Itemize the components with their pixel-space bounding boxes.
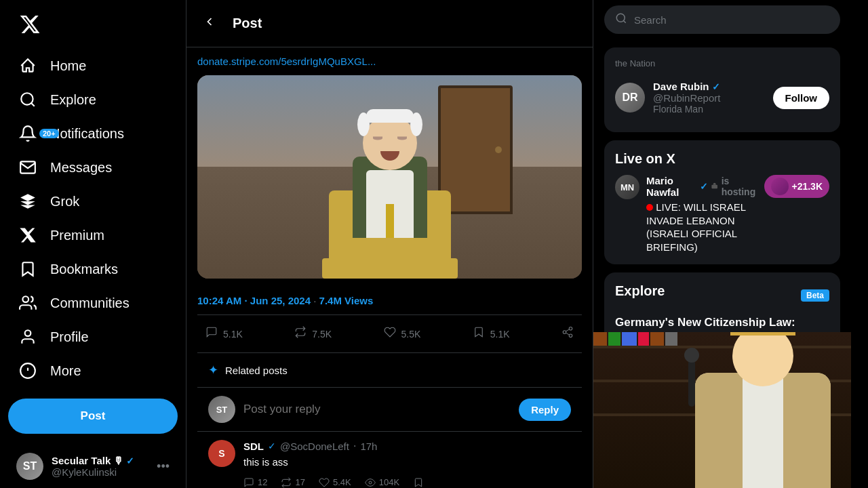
live-on-x-title: Live on X: [615, 151, 829, 167]
comment-like-button[interactable]: 5.4K: [319, 477, 351, 488]
comment-body: SDL ✓ @SocDoneLeft · 17h this is ass 12: [243, 440, 571, 488]
donation-link[interactable]: donate.stripe.com/5esrdrIgMQuBXGL...: [197, 47, 582, 75]
home-label: Home: [50, 58, 86, 74]
post-body: donate.stripe.com/5esrdrIgMQuBXGL...: [186, 47, 593, 488]
comment-text: this is ass: [243, 455, 571, 470]
like-action-button[interactable]: 5.5K: [376, 318, 429, 350]
live-event-title: LIVE: WILL ISRAEL INVADE LEBANON (ISRAEL…: [646, 201, 757, 253]
main-content: Post donate.stripe.com/5esrdrIgMQuBXGL..…: [186, 0, 593, 488]
more-icon: [19, 362, 37, 380]
share-icon: [561, 326, 574, 342]
like-count: 5.5K: [401, 329, 421, 340]
dave-rubin-verified: ✓: [712, 81, 720, 92]
retweet-action-button[interactable]: 7.5K: [286, 318, 340, 350]
home-icon: [19, 57, 37, 75]
svg-point-0: [21, 93, 33, 104]
svg-line-9: [566, 333, 569, 335]
comment-actions: 12 17 5.4K: [243, 477, 571, 488]
more-label: More: [50, 363, 81, 379]
search-input[interactable]: [634, 14, 829, 26]
sidebar-item-grok[interactable]: Grok: [8, 184, 178, 218]
commenter-handle: @SocDoneLeft: [280, 441, 349, 452]
live-item[interactable]: MN Mario Nawfal ✓ is hosting LIVE: WILL …: [615, 175, 829, 253]
bookmark-action-button[interactable]: 5.1K: [465, 318, 518, 350]
notifications-icon: 20+: [19, 125, 37, 142]
svg-line-10: [566, 329, 569, 331]
post-image-inner: [197, 75, 582, 279]
comment-views-button[interactable]: 104K: [365, 477, 399, 488]
beta-badge: Beta: [801, 289, 829, 302]
search-icon: [615, 12, 627, 27]
x-logo[interactable]: [8, 5, 178, 46]
sparkle-icon: ✦: [208, 363, 218, 378]
follow-dave-rubin-button[interactable]: Follow: [773, 87, 830, 109]
sidebar-item-messages[interactable]: Messages: [8, 150, 178, 184]
sidebar-item-profile[interactable]: Profile: [8, 320, 178, 354]
related-posts-label: Related posts: [225, 365, 288, 376]
svg-rect-13: [712, 185, 718, 189]
svg-point-11: [369, 481, 372, 484]
sidebar-item-notifications[interactable]: 20+ Notifications: [8, 117, 178, 150]
svg-point-2: [25, 330, 31, 336]
user-profile-row[interactable]: ST Secular Talk 🎙 ✓ @KyleKulinski •••: [8, 445, 178, 488]
live-host-name: Mario Nawfal: [646, 175, 697, 198]
comment-retweet-count: 17: [295, 477, 304, 487]
grok-icon: [19, 192, 37, 210]
grok-label: Grok: [50, 194, 79, 209]
dave-rubin-bio: Florida Man: [653, 104, 765, 115]
post-image: [197, 75, 582, 279]
comment-like-count: 5.4K: [333, 477, 351, 487]
live-info: Mario Nawfal ✓ is hosting LIVE: WILL ISR…: [646, 175, 757, 253]
sidebar-item-bookmarks[interactable]: Bookmarks: [8, 252, 178, 286]
sidebar-item-premium[interactable]: Premium: [8, 218, 178, 252]
comment-item: S SDL ✓ @SocDoneLeft · 17h this is ass: [197, 432, 582, 488]
commenter-name: SDL: [243, 441, 264, 452]
commenter-verified-badge: ✓: [268, 441, 276, 451]
comment-time: 17h: [360, 441, 377, 452]
video-content: [593, 332, 851, 488]
sidebar-item-home[interactable]: Home: [8, 49, 178, 83]
comment-views-count: 104K: [379, 477, 399, 487]
main-nav: Home Explore 20+ Notifications: [8, 49, 178, 388]
reply-submit-button[interactable]: Reply: [519, 399, 571, 421]
right-sidebar: the Nation DR Dave Rubin ✓ @RubinReport …: [593, 0, 851, 488]
heart-icon: [384, 326, 396, 342]
sidebar-item-more[interactable]: More: [8, 354, 178, 388]
sidebar-item-explore[interactable]: Explore: [8, 83, 178, 117]
reply-action-button[interactable]: 5.1K: [197, 318, 251, 350]
dave-rubin-info: Dave Rubin ✓ @RubinReport Florida Man: [653, 81, 765, 115]
comment-reply-button[interactable]: 12: [243, 477, 267, 488]
comment-header: SDL ✓ @SocDoneLeft · 17h: [243, 440, 571, 452]
explore-icon: [19, 91, 37, 108]
avatar: ST: [16, 453, 43, 480]
post-timestamp: 10:24 AM · Jun 25, 2024 · 7.4M Views: [197, 287, 582, 315]
reply-box: ST Reply: [197, 388, 582, 432]
retweet-count: 7.5K: [312, 329, 332, 340]
messages-label: Messages: [50, 160, 112, 176]
messages-icon: [19, 159, 37, 176]
reply-avatar: ST: [208, 396, 235, 423]
profile-info: Secular Talk 🎙 ✓ @KyleKulinski: [52, 455, 149, 478]
video-overlay[interactable]: [593, 332, 851, 488]
sidebar-item-communities[interactable]: Communities: [8, 286, 178, 320]
reply-input[interactable]: [243, 403, 511, 416]
mic-icon: 🎙: [113, 455, 123, 466]
related-posts-bar[interactable]: ✦ Related posts: [197, 353, 582, 388]
post-button[interactable]: Post: [8, 399, 178, 434]
notification-badge: 20+: [39, 129, 59, 138]
comment-retweet-button[interactable]: 17: [281, 477, 304, 488]
explore-header: Explore Beta: [615, 283, 829, 307]
share-action-button[interactable]: [553, 318, 582, 350]
dave-rubin-avatar: DR: [615, 83, 645, 113]
more-options-icon[interactable]: •••: [157, 460, 170, 474]
verified-badge: ✓: [126, 455, 134, 466]
profile-handle: @KyleKulinski: [52, 466, 149, 478]
post-header: Post: [186, 0, 593, 47]
comment-bookmark-button[interactable]: [413, 477, 424, 488]
svg-point-12: [616, 14, 625, 22]
back-button[interactable]: [197, 9, 222, 37]
bookmarks-icon: [19, 260, 37, 278]
communities-icon: [19, 294, 37, 312]
communities-label: Communities: [50, 296, 130, 311]
live-status: is hosting: [722, 176, 758, 197]
